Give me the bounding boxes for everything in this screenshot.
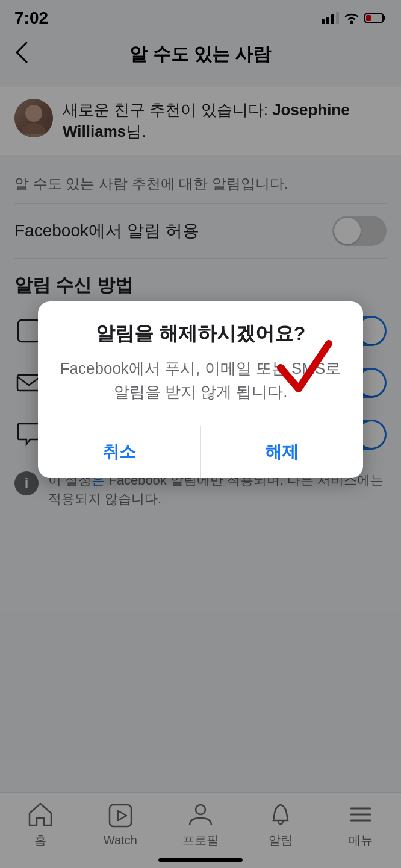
modal-title: 알림을 해제하시겠어요? [57,321,344,347]
confirm-button[interactable]: 해제 [201,426,364,478]
modal-overlay: 알림을 해제하시겠어요? Facebook에서 푸시, 이메일 또는 SMS로 … [0,0,401,868]
modal-dialog: 알림을 해제하시겠어요? Facebook에서 푸시, 이메일 또는 SMS로 … [38,301,363,478]
cancel-button[interactable]: 취소 [38,426,201,478]
modal-description: Facebook에서 푸시, 이메일 또는 SMS로 알림을 받지 않게 됩니다… [57,357,344,404]
modal-buttons: 취소 해제 [38,426,363,478]
modal-body: 알림을 해제하시겠어요? Facebook에서 푸시, 이메일 또는 SMS로 … [38,301,363,414]
home-indicator [158,858,243,862]
